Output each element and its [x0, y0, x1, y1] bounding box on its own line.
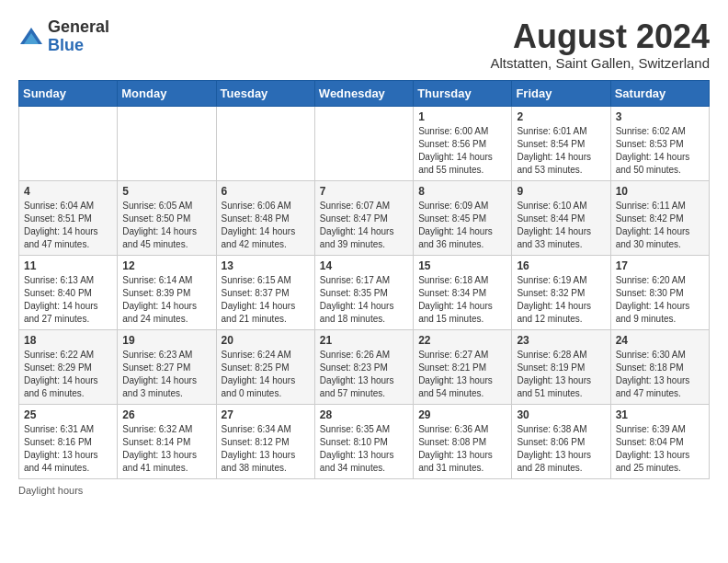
day-number: 29	[418, 408, 506, 421]
calendar-cell: 18Sunrise: 6:22 AM Sunset: 8:29 PM Dayli…	[19, 329, 118, 404]
day-info: Sunrise: 6:09 AM Sunset: 8:45 PM Dayligh…	[418, 200, 506, 251]
day-number: 14	[320, 259, 408, 272]
day-info: Sunrise: 6:11 AM Sunset: 8:42 PM Dayligh…	[616, 200, 704, 251]
calendar-cell: 27Sunrise: 6:34 AM Sunset: 8:12 PM Dayli…	[216, 404, 314, 478]
day-info: Sunrise: 6:02 AM Sunset: 8:53 PM Dayligh…	[616, 125, 704, 177]
weekday-header-tuesday: Tuesday	[216, 80, 314, 106]
day-number: 26	[122, 408, 210, 421]
weekday-header-sunday: Sunday	[19, 80, 118, 106]
day-info: Sunrise: 6:17 AM Sunset: 8:35 PM Dayligh…	[320, 274, 408, 326]
calendar-cell	[118, 106, 216, 180]
day-info: Sunrise: 6:01 AM Sunset: 8:54 PM Dayligh…	[517, 125, 605, 177]
weekday-header-monday: Monday	[118, 80, 216, 106]
day-info: Sunrise: 6:26 AM Sunset: 8:23 PM Dayligh…	[320, 349, 408, 400]
day-number: 30	[517, 408, 605, 421]
day-number: 28	[320, 408, 408, 421]
calendar-cell: 19Sunrise: 6:23 AM Sunset: 8:27 PM Dayli…	[118, 329, 216, 404]
calendar-cell: 22Sunrise: 6:27 AM Sunset: 8:21 PM Dayli…	[414, 329, 512, 404]
day-info: Sunrise: 6:24 AM Sunset: 8:25 PM Dayligh…	[222, 349, 310, 400]
logo-icon	[18, 24, 44, 50]
location: Altstatten, Saint Gallen, Switzerland	[491, 55, 710, 71]
day-number: 19	[122, 334, 210, 347]
day-number: 20	[222, 334, 310, 347]
logo: General Blue	[18, 18, 109, 55]
calendar-cell: 7Sunrise: 6:07 AM Sunset: 8:47 PM Daylig…	[314, 180, 413, 255]
day-info: Sunrise: 6:28 AM Sunset: 8:19 PM Dayligh…	[517, 349, 605, 400]
day-number: 18	[24, 334, 112, 347]
day-number: 15	[418, 259, 506, 272]
calendar-cell: 12Sunrise: 6:14 AM Sunset: 8:39 PM Dayli…	[118, 255, 216, 329]
day-info: Sunrise: 6:35 AM Sunset: 8:10 PM Dayligh…	[320, 423, 408, 475]
day-info: Sunrise: 6:30 AM Sunset: 8:18 PM Dayligh…	[616, 349, 704, 400]
day-info: Sunrise: 6:38 AM Sunset: 8:06 PM Dayligh…	[517, 423, 605, 475]
calendar-cell: 31Sunrise: 6:39 AM Sunset: 8:04 PM Dayli…	[610, 404, 709, 478]
day-number: 31	[616, 408, 704, 421]
calendar-cell: 2Sunrise: 6:01 AM Sunset: 8:54 PM Daylig…	[512, 106, 610, 180]
calendar-cell: 26Sunrise: 6:32 AM Sunset: 8:14 PM Dayli…	[118, 404, 216, 478]
day-number: 24	[616, 334, 704, 347]
calendar-cell: 23Sunrise: 6:28 AM Sunset: 8:19 PM Dayli…	[512, 329, 610, 404]
calendar-cell: 16Sunrise: 6:19 AM Sunset: 8:32 PM Dayli…	[512, 255, 610, 329]
day-number: 16	[517, 259, 605, 272]
day-info: Sunrise: 6:31 AM Sunset: 8:16 PM Dayligh…	[24, 423, 112, 475]
week-row-5: 25Sunrise: 6:31 AM Sunset: 8:16 PM Dayli…	[19, 404, 710, 478]
day-number: 10	[616, 185, 704, 198]
title-block: August 2024 Altstatten, Saint Gallen, Sw…	[491, 18, 710, 71]
weekday-header-saturday: Saturday	[610, 80, 709, 106]
calendar-cell: 1Sunrise: 6:00 AM Sunset: 8:56 PM Daylig…	[414, 106, 512, 180]
day-info: Sunrise: 6:14 AM Sunset: 8:39 PM Dayligh…	[122, 274, 210, 326]
day-info: Sunrise: 6:36 AM Sunset: 8:08 PM Dayligh…	[418, 423, 506, 475]
calendar-cell: 5Sunrise: 6:05 AM Sunset: 8:50 PM Daylig…	[118, 180, 216, 255]
calendar-cell: 6Sunrise: 6:06 AM Sunset: 8:48 PM Daylig…	[216, 180, 314, 255]
day-info: Sunrise: 6:23 AM Sunset: 8:27 PM Dayligh…	[122, 349, 210, 400]
day-number: 12	[122, 259, 210, 272]
calendar-cell	[216, 106, 314, 180]
calendar-cell: 15Sunrise: 6:18 AM Sunset: 8:34 PM Dayli…	[414, 255, 512, 329]
logo-text: General Blue	[48, 18, 109, 55]
day-number: 5	[122, 185, 210, 198]
day-info: Sunrise: 6:22 AM Sunset: 8:29 PM Dayligh…	[24, 349, 112, 400]
calendar-cell: 8Sunrise: 6:09 AM Sunset: 8:45 PM Daylig…	[414, 180, 512, 255]
day-number: 11	[24, 259, 112, 272]
day-number: 2	[517, 110, 605, 123]
weekday-header-friday: Friday	[512, 80, 610, 106]
day-number: 21	[320, 334, 408, 347]
calendar-cell: 29Sunrise: 6:36 AM Sunset: 8:08 PM Dayli…	[414, 404, 512, 478]
calendar-cell: 25Sunrise: 6:31 AM Sunset: 8:16 PM Dayli…	[19, 404, 118, 478]
day-number: 6	[222, 185, 310, 198]
week-row-3: 11Sunrise: 6:13 AM Sunset: 8:40 PM Dayli…	[19, 255, 710, 329]
daylight-hours-label: Daylight hours	[18, 485, 83, 496]
calendar-cell: 14Sunrise: 6:17 AM Sunset: 8:35 PM Dayli…	[314, 255, 413, 329]
calendar-cell: 20Sunrise: 6:24 AM Sunset: 8:25 PM Dayli…	[216, 329, 314, 404]
calendar-table: SundayMondayTuesdayWednesdayThursdayFrid…	[18, 80, 710, 479]
day-number: 4	[24, 185, 112, 198]
day-info: Sunrise: 6:19 AM Sunset: 8:32 PM Dayligh…	[517, 274, 605, 326]
logo-blue: Blue	[48, 37, 109, 55]
calendar-cell: 24Sunrise: 6:30 AM Sunset: 8:18 PM Dayli…	[610, 329, 709, 404]
week-row-4: 18Sunrise: 6:22 AM Sunset: 8:29 PM Dayli…	[19, 329, 710, 404]
day-number: 3	[616, 110, 704, 123]
calendar-cell: 3Sunrise: 6:02 AM Sunset: 8:53 PM Daylig…	[610, 106, 709, 180]
week-row-2: 4Sunrise: 6:04 AM Sunset: 8:51 PM Daylig…	[19, 180, 710, 255]
calendar-cell: 30Sunrise: 6:38 AM Sunset: 8:06 PM Dayli…	[512, 404, 610, 478]
day-info: Sunrise: 6:27 AM Sunset: 8:21 PM Dayligh…	[418, 349, 506, 400]
calendar-cell: 21Sunrise: 6:26 AM Sunset: 8:23 PM Dayli…	[314, 329, 413, 404]
day-info: Sunrise: 6:06 AM Sunset: 8:48 PM Dayligh…	[222, 200, 310, 251]
day-number: 17	[616, 259, 704, 272]
page-header: General Blue August 2024 Altstatten, Sai…	[18, 18, 710, 71]
weekday-header-wednesday: Wednesday	[314, 80, 413, 106]
day-number: 25	[24, 408, 112, 421]
day-info: Sunrise: 6:15 AM Sunset: 8:37 PM Dayligh…	[222, 274, 310, 326]
day-info: Sunrise: 6:07 AM Sunset: 8:47 PM Dayligh…	[320, 200, 408, 251]
day-info: Sunrise: 6:04 AM Sunset: 8:51 PM Dayligh…	[24, 200, 112, 251]
day-info: Sunrise: 6:39 AM Sunset: 8:04 PM Dayligh…	[616, 423, 704, 475]
calendar-cell	[19, 106, 118, 180]
logo-general: General	[48, 18, 109, 37]
day-info: Sunrise: 6:20 AM Sunset: 8:30 PM Dayligh…	[616, 274, 704, 326]
calendar-cell	[314, 106, 413, 180]
day-number: 8	[418, 185, 506, 198]
month-year: August 2024	[491, 18, 710, 55]
day-info: Sunrise: 6:34 AM Sunset: 8:12 PM Dayligh…	[222, 423, 310, 475]
day-info: Sunrise: 6:18 AM Sunset: 8:34 PM Dayligh…	[418, 274, 506, 326]
day-number: 7	[320, 185, 408, 198]
